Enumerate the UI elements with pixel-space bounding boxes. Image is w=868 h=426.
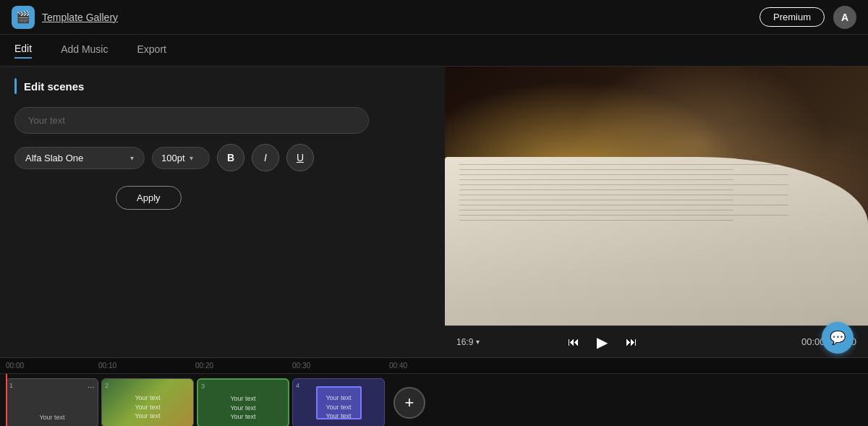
book-line bbox=[459, 195, 788, 195]
clip-text-preview: Your textYour textYour text bbox=[293, 393, 384, 421]
ruler-mark-3: 00:30 bbox=[292, 362, 310, 370]
right-panel: 16:9 ▾ ⏮ ▶ ⏭ 00:00 / 00:10 bbox=[445, 67, 868, 357]
ruler-mark-2: 00:20 bbox=[195, 362, 213, 370]
main-content: Edit scenes Alfa Slab One ▾ 100pt ▾ B I … bbox=[0, 67, 868, 357]
chevron-down-icon: ▾ bbox=[190, 154, 193, 162]
clip-label: Your text bbox=[7, 414, 98, 422]
underline-button[interactable]: U bbox=[286, 144, 314, 171]
book-line bbox=[459, 189, 733, 190]
font-row: Alfa Slab One ▾ 100pt ▾ B I U bbox=[14, 144, 430, 171]
apply-button[interactable]: Apply bbox=[116, 186, 182, 210]
bold-button[interactable]: B bbox=[217, 144, 244, 171]
timeline-tracks: 1 ··· Your text 2 Your textYour textYour… bbox=[0, 374, 868, 426]
skip-forward-button[interactable]: ⏭ bbox=[626, 336, 637, 349]
clip-number: 4 bbox=[296, 382, 299, 389]
book-line bbox=[459, 210, 733, 210]
playback-controls: ⏮ ▶ ⏭ bbox=[568, 331, 637, 354]
video-background bbox=[445, 67, 868, 325]
chat-icon: 💬 bbox=[830, 330, 846, 346]
top-bar-right: Premium A bbox=[760, 6, 856, 29]
text-input[interactable] bbox=[14, 107, 369, 134]
aspect-ratio-label: 16:9 bbox=[456, 337, 473, 347]
clip-2[interactable]: 2 Your textYour textYour text bbox=[101, 378, 194, 426]
timeline-ruler: 00:00 00:10 00:20 00:30 00:40 bbox=[0, 358, 868, 374]
book-line bbox=[459, 174, 788, 175]
chevron-down-icon: ▾ bbox=[476, 338, 480, 346]
app-title[interactable]: Template Gallery bbox=[42, 12, 118, 23]
nav-tabs: Edit Add Music Export bbox=[0, 35, 868, 67]
clip-text-preview: Your textYour textYour text bbox=[102, 393, 193, 421]
premium-button[interactable]: Premium bbox=[760, 7, 825, 27]
ruler-mark-0: 00:00 bbox=[6, 362, 24, 370]
video-controls: 16:9 ▾ ⏮ ▶ ⏭ 00:00 / 00:10 bbox=[445, 325, 868, 357]
italic-button[interactable]: I bbox=[252, 144, 279, 171]
clip-number: 2 bbox=[105, 382, 109, 389]
font-name-label: Alfa Slab One bbox=[25, 153, 124, 163]
tab-edit[interactable]: Edit bbox=[14, 43, 32, 59]
book-line bbox=[459, 200, 733, 200]
text-input-row bbox=[14, 107, 430, 134]
font-size-label: 100pt bbox=[161, 153, 185, 163]
section-title: Edit scenes bbox=[24, 80, 84, 93]
book-line bbox=[459, 184, 788, 185]
aspect-ratio-selector[interactable]: 16:9 ▾ bbox=[456, 337, 480, 347]
top-bar: 🎬 Template Gallery Premium A bbox=[0, 0, 868, 35]
book-line bbox=[459, 179, 733, 180]
chat-button[interactable]: 💬 bbox=[822, 322, 854, 354]
ruler-mark-4: 00:40 bbox=[389, 362, 407, 370]
book-line bbox=[459, 169, 733, 170]
tab-add-music[interactable]: Add Music bbox=[61, 43, 108, 58]
add-clip-button[interactable]: + bbox=[393, 387, 425, 419]
clip-4[interactable]: 4 Your textYour textYour text bbox=[292, 378, 385, 426]
font-size-select[interactable]: 100pt ▾ bbox=[152, 147, 210, 169]
font-family-select[interactable]: Alfa Slab One ▾ bbox=[14, 147, 145, 169]
book-line bbox=[459, 215, 788, 216]
clip-number: 1 bbox=[9, 382, 13, 389]
video-preview bbox=[445, 67, 868, 325]
playhead bbox=[6, 374, 7, 426]
left-panel: Edit scenes Alfa Slab One ▾ 100pt ▾ B I … bbox=[0, 67, 445, 357]
chevron-down-icon: ▾ bbox=[130, 154, 134, 162]
book-line bbox=[459, 220, 733, 221]
clip-1[interactable]: 1 ··· Your text bbox=[6, 378, 98, 426]
section-border-accent bbox=[14, 78, 17, 94]
section-header: Edit scenes bbox=[14, 78, 430, 94]
top-bar-left: 🎬 Template Gallery bbox=[12, 6, 118, 29]
play-button[interactable]: ▶ bbox=[591, 331, 614, 354]
clip-number: 3 bbox=[201, 383, 205, 390]
book-pages bbox=[445, 157, 868, 325]
book-line bbox=[459, 205, 788, 205]
timeline: 00:00 00:10 00:20 00:30 00:40 1 ··· Your… bbox=[0, 357, 868, 426]
skip-back-button[interactable]: ⏮ bbox=[568, 336, 579, 349]
ruler-mark-1: 00:10 bbox=[98, 362, 116, 370]
clip-text-preview: Your textYour textYour text bbox=[198, 394, 288, 422]
avatar: A bbox=[833, 6, 856, 29]
book-line bbox=[459, 164, 788, 165]
app-icon: 🎬 bbox=[12, 6, 35, 29]
book-lines bbox=[459, 164, 825, 318]
clip-more-icon[interactable]: ··· bbox=[88, 382, 95, 392]
clip-3[interactable]: 3 Your textYour textYour text bbox=[197, 378, 289, 426]
tab-export[interactable]: Export bbox=[137, 43, 166, 58]
